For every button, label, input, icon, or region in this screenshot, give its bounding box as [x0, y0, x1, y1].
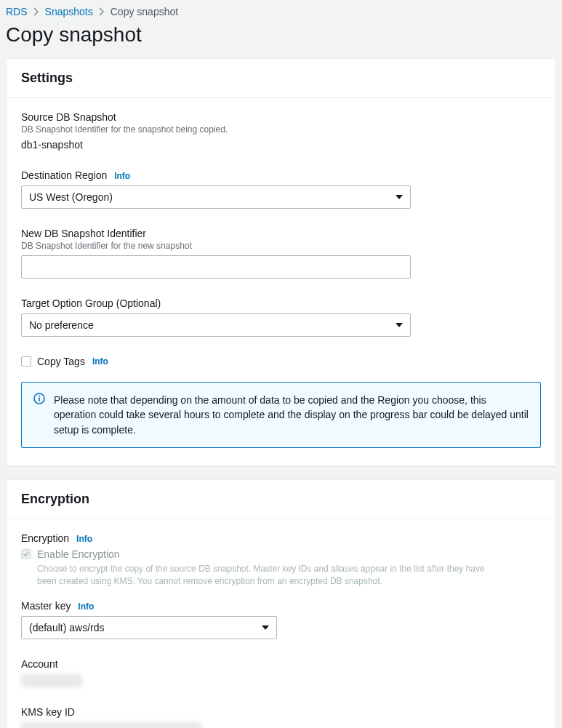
kms-key-id-value-redacted: xxxxxxxxxxxxxxxxxxxxxx [21, 722, 201, 728]
info-icon [33, 393, 45, 437]
enable-encryption-label: Enable Encryption [37, 548, 120, 560]
svg-point-1 [39, 396, 40, 397]
source-snapshot-field: Source DB Snapshot DB Snapshot Identifie… [21, 111, 541, 151]
master-key-info[interactable]: Info [78, 601, 94, 612]
account-value-redacted: xxxxx [21, 674, 82, 687]
breadcrumb: RDS Snapshots Copy snapshot [6, 6, 556, 20]
page-title: Copy snapshot [6, 20, 556, 58]
destination-region-field: Destination Region Info US West (Oregon) [21, 169, 541, 209]
encryption-field: Encryption Info Enable Encryption Choose… [21, 532, 541, 588]
settings-panel: Settings Source DB Snapshot DB Snapshot … [6, 58, 556, 466]
source-snapshot-value: db1-snapshot [21, 139, 541, 151]
encryption-label: Encryption [21, 532, 69, 544]
account-label: Account [21, 658, 541, 670]
encryption-info[interactable]: Info [76, 534, 92, 544]
target-option-group-value: No preference [29, 319, 94, 331]
svg-rect-2 [39, 398, 40, 401]
caret-down-icon [396, 195, 403, 199]
source-snapshot-desc: DB Snapshot Identifier for the snapshot … [21, 124, 541, 135]
chevron-right-icon [33, 7, 39, 16]
target-option-group-field: Target Option Group (Optional) No prefer… [21, 297, 541, 337]
enable-encryption-checkbox [21, 549, 31, 559]
destination-region-info[interactable]: Info [114, 171, 130, 181]
copy-tags-info[interactable]: Info [92, 356, 108, 367]
breadcrumb-link-snapshots[interactable]: Snapshots [45, 6, 93, 17]
master-key-label: Master key [21, 600, 71, 612]
new-identifier-label: New DB Snapshot Identifier [21, 228, 541, 239]
copy-tags-field: Copy Tags Info [21, 356, 541, 367]
copy-tags-label: Copy Tags [37, 356, 85, 367]
settings-title: Settings [21, 71, 541, 86]
account-field: Account xxxxx [21, 658, 541, 687]
encryption-header: Encryption [7, 480, 555, 519]
destination-region-label: Destination Region [21, 169, 107, 181]
master-key-value: (default) aws/rds [29, 622, 104, 633]
destination-region-select[interactable]: US West (Oregon) [21, 185, 411, 209]
new-identifier-desc: DB Snapshot Identifier for the new snaps… [21, 241, 541, 251]
source-snapshot-label: Source DB Snapshot [21, 111, 541, 123]
copy-tags-checkbox[interactable] [21, 356, 31, 367]
info-alert: Please note that depending on the amount… [21, 382, 541, 448]
kms-key-id-label: KMS key ID [21, 706, 541, 718]
destination-region-value: US West (Oregon) [29, 191, 113, 203]
new-identifier-input[interactable] [21, 255, 411, 279]
breadcrumb-current: Copy snapshot [111, 6, 178, 17]
settings-header: Settings [7, 59, 555, 98]
encryption-panel: Encryption Encryption Info Enable Encryp… [6, 479, 556, 728]
breadcrumb-link-rds[interactable]: RDS [6, 6, 28, 17]
chevron-right-icon [99, 7, 105, 16]
master-key-select[interactable]: (default) aws/rds [21, 616, 277, 639]
enable-encryption-desc: Choose to encrypt the copy of the source… [37, 563, 502, 588]
check-icon [23, 551, 30, 558]
encryption-title: Encryption [21, 492, 541, 507]
caret-down-icon [396, 323, 403, 327]
kms-key-id-field: KMS key ID xxxxxxxxxxxxxxxxxxxxxx [21, 706, 541, 728]
new-identifier-field: New DB Snapshot Identifier DB Snapshot I… [21, 228, 541, 279]
target-option-group-select[interactable]: No preference [21, 313, 411, 337]
info-alert-text: Please note that depending on the amount… [54, 393, 529, 437]
caret-down-icon [262, 625, 269, 630]
master-key-field: Master key Info (default) aws/rds [21, 600, 541, 639]
target-option-group-label: Target Option Group (Optional) [21, 297, 541, 309]
